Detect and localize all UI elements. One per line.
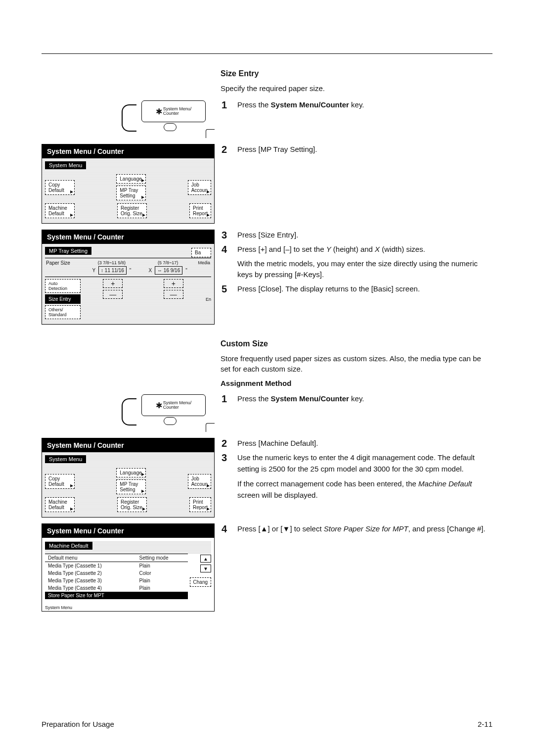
change-button[interactable]: Chang [190, 577, 211, 587]
size-entry-intro: Specify the required paper size. [221, 83, 492, 94]
star-icon-2: ✱ [156, 401, 162, 410]
x-range: (5 7/8~17) [158, 260, 178, 265]
x-unit: " [185, 268, 187, 273]
lcd-title: System Menu / Counter [42, 144, 214, 158]
x-label: X [148, 268, 152, 273]
step-2-text: Press [MP Tray Setting]. [237, 144, 317, 155]
lcd-title-c: System Menu / Counter [42, 524, 214, 538]
register-orig-size-button[interactable]: Register Orig. Size [117, 203, 147, 218]
custom-step-num-2: 2 [222, 438, 230, 449]
table-row-selected: Store Paper Size for MPT [45, 592, 188, 599]
default-table: Default menu Setting mode Media Type (Ca… [45, 554, 188, 599]
y-plus-button[interactable]: + [103, 279, 123, 288]
mp-tray-setting-button-2[interactable]: MP Tray Setting [116, 479, 146, 494]
key-figure: ✱ System Menu/ Counter [122, 99, 215, 138]
copy-default-button[interactable]: Copy Default [45, 180, 75, 195]
lcd-subtitle-2: System Menu [45, 455, 86, 463]
col-default-menu: Default menu [45, 554, 136, 562]
custom-step-num-3: 3 [222, 452, 230, 501]
lcd-panel-mp-tray-setting: System Menu / Counter MP Tray Setting Ba… [42, 230, 215, 325]
paper-size-label: Paper Size [46, 260, 82, 275]
step-1-text: Press the System Menu/Counter key. [237, 99, 364, 111]
key-label: System Menu/ Counter [163, 107, 192, 116]
custom-step-2-text: Press [Machine Default]. [237, 438, 318, 449]
lcd-title-b: System Menu / Counter [42, 230, 214, 244]
led-icon [164, 123, 177, 131]
table-row: Media Type (Cassette 3)Plain [45, 577, 188, 584]
lcd-subtitle-c: Machine Default [45, 542, 92, 550]
back-button[interactable]: Ba [191, 248, 211, 257]
lcd-panel-machine-default: System Menu / Counter Machine Default De… [42, 523, 215, 612]
lcd-panel-system-menu: System Menu / Counter System Menu Copy D… [42, 144, 215, 224]
machine-default-button[interactable]: Machine Default [45, 203, 75, 218]
step-num-2: 2 [222, 144, 230, 155]
y-range: (3 7/8~11 5/8) [98, 260, 126, 265]
lcd-title-2: System Menu / Counter [42, 438, 214, 452]
table-row: Media Type (Cassette 4)Plain [45, 584, 188, 592]
heading-custom-size: Custom Size [221, 339, 492, 348]
print-report-button-2[interactable]: Print Report [189, 497, 211, 512]
step-num-5: 5 [222, 284, 230, 295]
star-icon: ✱ [156, 107, 162, 116]
mp-tray-setting-button[interactable]: MP Tray Setting [116, 186, 146, 200]
scroll-up-button[interactable]: ▲ [200, 555, 211, 563]
register-orig-size-button-2[interactable]: Register Orig. Size [117, 497, 147, 512]
heading-assignment-method: Assignment Method [221, 379, 492, 387]
custom-step-1-text: Press the System Menu/Counter key. [237, 393, 364, 405]
col-setting-mode: Setting mode [136, 554, 188, 562]
en-label-partial: En [206, 297, 211, 302]
system-menu-counter-key-2[interactable]: ✱ System Menu/ Counter [141, 394, 206, 416]
size-entry-button[interactable]: Size Entry [45, 294, 81, 304]
machine-default-button-2[interactable]: Machine Default [45, 497, 75, 512]
copy-default-button-2[interactable]: Copy Default [45, 474, 75, 489]
custom-step-4-text: Press [▲] or [▼] to select Store Paper S… [237, 523, 486, 535]
y-label: Y [92, 268, 95, 273]
language-button[interactable]: Language [116, 174, 146, 184]
lcd-subtitle-b: MP Tray Setting [45, 247, 91, 255]
led-icon-2 [164, 417, 177, 425]
auto-detection-button[interactable]: Auto Detection [45, 279, 81, 293]
step-5-text: Press [Close]. The display returns to th… [237, 284, 420, 295]
custom-size-intro: Store frequently used paper sizes as cus… [221, 353, 492, 374]
lcd-subtitle: System Menu [45, 161, 86, 169]
media-label-partial: Media [198, 260, 211, 275]
table-row: Media Type (Cassette 1)Plain [45, 562, 188, 570]
custom-step-num-4: 4 [222, 523, 230, 535]
job-accounting-button-2[interactable]: Job Accoun [188, 474, 211, 489]
others-standard-button[interactable]: Others/ Standard [45, 305, 81, 319]
language-button-2[interactable]: Language [116, 468, 146, 477]
system-menu-counter-key[interactable]: ✱ System Menu/ Counter [141, 100, 206, 122]
job-accounting-button[interactable]: Job Accoun [188, 180, 211, 195]
systemmenu-footer: System Menu [42, 604, 214, 611]
y-value: ↕ 11 11/16 [98, 266, 127, 275]
custom-step-3-text: Use the numeric keys to enter the 4 digi… [237, 452, 492, 501]
footer-left: Preparation for Usage [42, 720, 114, 728]
y-minus-button[interactable]: — [103, 290, 123, 299]
x-value: ↔ 16 9/16 [155, 266, 182, 275]
custom-step-num-1: 1 [222, 393, 230, 405]
scroll-down-button[interactable]: ▼ [200, 565, 211, 572]
y-unit: " [130, 268, 132, 273]
step-4-text: Press [+] and [–] to set the Y (height) … [237, 244, 492, 281]
step-num-3: 3 [222, 230, 230, 241]
footer-right: 2-11 [478, 720, 492, 728]
lcd-panel-system-menu-2: System Menu / Counter System Menu Copy D… [42, 438, 215, 518]
step-num-4: 4 [222, 244, 230, 281]
heading-size-entry: Size Entry [221, 69, 492, 78]
table-row: Media Type (Cassette 2)Color [45, 569, 188, 577]
print-report-button[interactable]: Print Report [189, 203, 211, 218]
key-label-2: System Menu/ Counter [163, 401, 192, 410]
step-num-1: 1 [222, 99, 230, 111]
x-plus-button[interactable]: + [164, 279, 183, 288]
step-3-text: Press [Size Entry]. [237, 230, 298, 241]
x-minus-button[interactable]: — [164, 290, 183, 299]
key-figure-2: ✱ System Menu/ Counter [122, 393, 215, 432]
